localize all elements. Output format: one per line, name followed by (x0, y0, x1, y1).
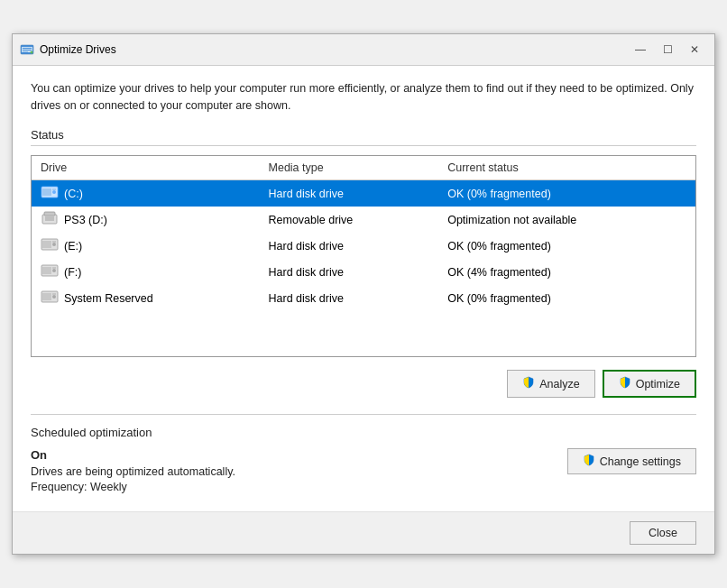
main-content: You can optimize your drives to help you… (13, 66, 714, 512)
drive-cell: (E:) (32, 233, 260, 259)
window-title: Optimize Drives (40, 43, 628, 56)
drives-table: Drive Media type Current status (C:)Hard… (32, 156, 695, 311)
scheduled-optimization-section: Scheduled optimization On Drives are bei… (31, 414, 696, 493)
drive-name: PS3 (D:) (64, 214, 107, 226)
window-controls: — ☐ ✕ (628, 40, 707, 60)
column-status: Current status (438, 156, 695, 180)
svg-point-19 (52, 269, 56, 272)
change-settings-button[interactable]: Change settings (567, 448, 696, 474)
analyze-shield-icon (522, 376, 535, 391)
analyze-button[interactable]: Analyze (507, 370, 594, 398)
drive-name: (C:) (64, 188, 83, 200)
table-row[interactable]: (F:)Hard disk driveOK (4% fragmented) (32, 259, 695, 285)
table-row[interactable]: System ReservedHard disk driveOK (0% fra… (32, 285, 695, 311)
svg-point-23 (52, 295, 56, 299)
scheduled-title: Scheduled optimization (31, 426, 696, 439)
drive-icon (41, 237, 59, 254)
drive-name: (F:) (64, 266, 81, 279)
maximize-button[interactable]: ☐ (655, 40, 680, 60)
svg-rect-14 (42, 241, 51, 248)
status-cell: OK (0% fragmented) (438, 180, 695, 207)
close-window-button[interactable]: ✕ (682, 40, 707, 60)
svg-point-5 (31, 51, 33, 53)
drive-cell: System Reserved (32, 285, 260, 311)
drive-name: System Reserved (64, 292, 153, 305)
description-text: You can optimize your drives to help you… (31, 80, 696, 115)
scheduled-info: On Drives are being optimized automatica… (31, 448, 235, 493)
media-type-cell: Hard disk drive (260, 259, 439, 285)
svg-rect-2 (23, 48, 32, 49)
drive-icon (41, 185, 59, 202)
scheduled-frequency: Frequency: Weekly (31, 481, 235, 493)
svg-rect-22 (42, 293, 51, 300)
optimize-button-label: Optimize (636, 378, 680, 390)
status-section-label: Status (31, 128, 696, 142)
window-icon (20, 42, 34, 57)
drive-cell: (C:) (32, 180, 260, 207)
settings-shield-icon (583, 454, 595, 469)
table-row[interactable]: (C:)Hard disk driveOK (0% fragmented) (32, 180, 695, 207)
optimize-button[interactable]: Optimize (603, 370, 696, 398)
status-cell: OK (4% fragmented) (438, 259, 695, 285)
svg-rect-12 (45, 216, 54, 221)
svg-rect-3 (23, 50, 32, 51)
scheduled-status: On (31, 448, 235, 462)
action-buttons: Analyze Optimize (31, 370, 696, 398)
status-cell: OK (0% fragmented) (438, 285, 695, 311)
optimize-drives-window: Optimize Drives — ☐ ✕ You can optimize y… (12, 33, 715, 556)
media-type-cell: Hard disk drive (260, 285, 439, 311)
close-button[interactable]: Close (630, 521, 696, 545)
status-cell: Optimization not available (438, 207, 695, 233)
svg-point-8 (52, 190, 56, 194)
change-settings-label: Change settings (600, 455, 681, 468)
scheduled-header: On Drives are being optimized automatica… (31, 448, 696, 493)
svg-rect-18 (42, 267, 51, 274)
footer: Close (13, 511, 714, 554)
drives-table-wrapper: Drive Media type Current status (C:)Hard… (31, 155, 696, 357)
table-row[interactable]: (E:)Hard disk driveOK (0% fragmented) (32, 233, 695, 259)
title-bar: Optimize Drives — ☐ ✕ (13, 34, 714, 66)
media-type-cell: Hard disk drive (260, 233, 439, 259)
optimize-shield-icon (619, 376, 631, 391)
table-row[interactable]: PS3 (D:)Removable driveOptimization not … (32, 207, 695, 233)
column-media-type: Media type (260, 156, 439, 180)
svg-rect-7 (42, 188, 51, 196)
analyze-button-label: Analyze (539, 378, 579, 390)
drive-cell: (F:) (32, 259, 260, 285)
svg-point-15 (52, 243, 56, 246)
drive-icon (41, 263, 59, 280)
media-type-cell: Removable drive (260, 207, 439, 233)
drive-icon (41, 289, 59, 307)
minimize-button[interactable]: — (628, 40, 653, 60)
media-type-cell: Hard disk drive (260, 180, 439, 207)
status-cell: OK (0% fragmented) (438, 233, 695, 259)
scheduled-description: Drives are being optimized automatically… (31, 465, 235, 478)
empty-table-space (32, 311, 695, 356)
svg-rect-11 (44, 212, 55, 216)
drive-icon (41, 211, 59, 228)
column-drive: Drive (32, 156, 260, 180)
svg-rect-4 (23, 51, 28, 52)
drive-name: (E:) (64, 240, 82, 253)
table-header-row: Drive Media type Current status (32, 156, 695, 180)
drive-cell: PS3 (D:) (32, 207, 260, 233)
status-divider (31, 145, 696, 146)
